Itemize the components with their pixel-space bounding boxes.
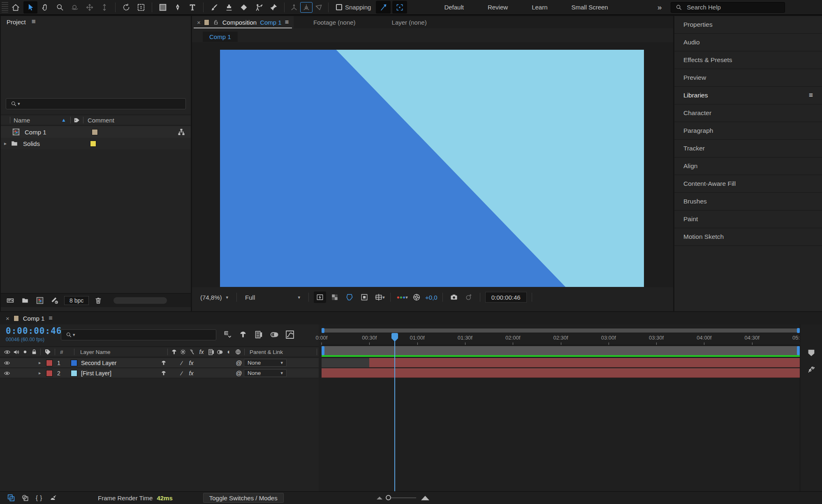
scrollbar-left-cap[interactable] [322,328,324,333]
project-scrollbar-thumb[interactable] [113,297,167,304]
snapping-checkbox[interactable] [336,4,342,10]
graph-editor-icon[interactable] [285,329,295,340]
new-composition-icon[interactable] [35,295,45,306]
channel-settings-button[interactable]: ●●●▾ [396,291,408,303]
layer-color-chip[interactable] [71,370,77,377]
rotation-tool[interactable] [119,1,133,14]
selection-tool[interactable] [23,1,37,14]
playhead-handle[interactable] [391,333,398,341]
sidebar-item-paint[interactable]: Paint [674,210,822,228]
scrollbar-thumb[interactable] [322,328,800,333]
view-axis-mode[interactable] [313,2,325,13]
layer-label-swatch[interactable] [46,360,53,366]
home-tool[interactable] [9,1,23,14]
layer-eye-icon[interactable] [2,358,12,368]
parent-pickwhip-icon[interactable]: @ [234,359,244,366]
layer-fx-icon[interactable]: fx [186,360,196,366]
layer-row-2[interactable]: ▸ 2 [First Layer] ∕ fx @ None ▾ [0,368,319,378]
switch-fx-icon[interactable]: fx [197,349,206,355]
color-depth-icon[interactable] [49,295,60,306]
project-row-solids[interactable]: ▸ Solids [1,138,191,149]
new-folder-icon[interactable] [20,295,30,306]
workspace-default[interactable]: Default [444,4,464,11]
project-col-name[interactable]: Name [14,117,30,124]
switch-shy-icon[interactable] [169,347,178,357]
switch-frame-blend-icon[interactable] [206,347,215,357]
comp-flag-icon[interactable] [806,364,817,375]
flowchart-icon[interactable] [176,127,187,137]
zoom-in-mountain-icon[interactable] [421,496,429,500]
parent-dropdown[interactable]: None ▾ [244,359,287,367]
trash-icon[interactable] [93,295,104,306]
local-axis-mode[interactable] [288,2,300,13]
layer-label-swatch[interactable] [46,370,53,377]
timeline-tab-label[interactable]: Comp 1 [23,315,45,322]
layer-shy-icon[interactable] [159,358,168,368]
composition-canvas[interactable] [220,50,644,287]
timeline-menu-icon[interactable]: ≡ [49,314,52,322]
color-depth-value[interactable]: 8 bpc [64,296,89,305]
col-layer-name[interactable]: Layer Name [80,349,166,355]
capture-region-button[interactable] [392,1,407,14]
tab-composition[interactable]: × Composition Comp 1 ≡ [192,16,294,28]
zoom-tool[interactable] [53,1,67,14]
motion-blur-icon[interactable] [269,329,280,340]
current-timecode[interactable]: 0:00:00:46 [6,326,62,336]
type-tool[interactable] [185,1,199,14]
sidebar-item-tracker[interactable]: Tracker [674,140,822,157]
workspace-small-screen[interactable]: Small Screen [572,4,608,11]
pan-camera-tool[interactable] [83,1,97,14]
sidebar-item-libraries[interactable]: Libraries≡ [674,87,822,104]
zoom-slider-thumb[interactable] [386,495,391,500]
project-row-comp1[interactable]: Comp 1 [1,126,191,138]
exposure-reset-button[interactable] [410,291,423,303]
parent-dropdown[interactable]: None ▾ [244,369,287,377]
layer-shy-icon[interactable] [159,368,168,379]
switch-3d-icon[interactable] [234,347,243,357]
workspace-overflow-chevron[interactable]: » [658,3,662,12]
sidebar-item-preview[interactable]: Preview [674,69,822,87]
work-area-start-handle[interactable] [322,346,324,355]
puppet-pin-tool[interactable] [266,1,280,14]
sidebar-item-audio[interactable]: Audio [674,34,822,51]
fast-previews-button[interactable] [314,291,326,303]
eraser-tool[interactable] [237,1,251,14]
layer-expand-chevron-icon[interactable]: ▸ [39,370,46,376]
sidebar-item-align[interactable]: Align [674,157,822,175]
snap-options-button[interactable] [376,1,391,14]
sidebar-item-motion-sketch[interactable]: Motion Sketch [674,228,822,246]
region-of-interest-button[interactable] [358,291,370,303]
zoom-slider-track[interactable] [387,497,416,498]
work-area-bar[interactable] [322,346,800,355]
viewer-timecode[interactable]: 0:00:00:46 [485,292,527,303]
rectangle-tool[interactable] [156,1,170,14]
orbit-camera-tool[interactable] [68,1,82,14]
switch-collapse-icon[interactable] [178,347,188,357]
layer-fx-icon[interactable]: fx [186,370,196,377]
sidebar-item-properties[interactable]: Properties [674,16,822,34]
sidebar-item-effects-presets[interactable]: Effects & Presets [674,51,822,69]
sort-ascending-icon[interactable]: ▲ [61,117,66,123]
pen-tool[interactable] [171,1,185,14]
snapping-toggle[interactable]: Snapping [336,4,371,11]
layer-duration-bar[interactable] [322,368,800,378]
label-column-tag-icon[interactable] [72,115,82,125]
timeline-tab-close-icon[interactable]: × [6,315,9,322]
guides-grid-button[interactable]: ▾ [373,291,385,303]
playhead[interactable] [394,333,395,491]
layer-expand-chevron-icon[interactable]: ▸ [39,360,46,365]
magnification-dropdown[interactable]: (74,8%) ▾ [197,292,232,303]
toggle-switches-modes-button[interactable]: Toggle Switches / Modes [203,493,284,503]
show-snapshot-button[interactable] [463,291,475,303]
roto-brush-tool[interactable] [252,1,266,14]
zoom-out-mountain-icon[interactable] [377,497,382,499]
layer-name[interactable]: Second Layer [81,360,159,366]
comp-marker-bin-icon[interactable] [806,347,817,358]
work-area-end-handle[interactable] [797,346,800,355]
workspace-review[interactable]: Review [488,4,508,11]
render-automation-icon[interactable] [48,492,58,503]
tab-footage[interactable]: Footage (none) [308,16,361,28]
sidebar-item-content-aware-fill[interactable]: Content-Aware Fill [674,175,822,193]
hand-tool[interactable] [38,1,52,14]
solo-column-icon[interactable] [21,347,30,357]
